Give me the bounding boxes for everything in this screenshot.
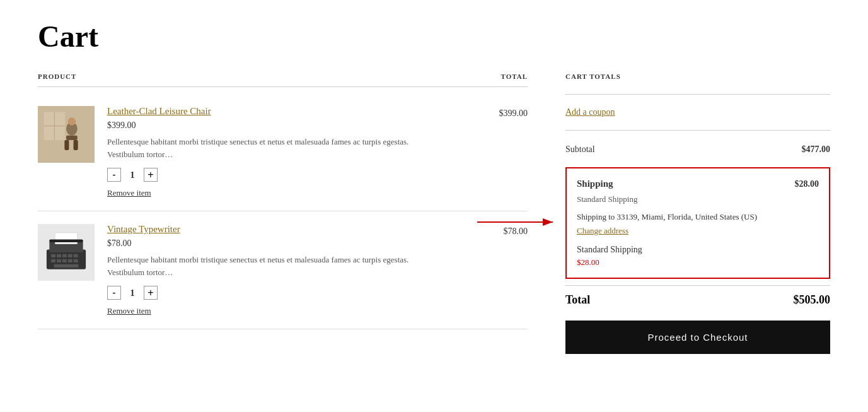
quantity-value-typewriter: 1 [126, 288, 139, 298]
column-product: PRODUCT [38, 73, 76, 80]
product-name-chair[interactable]: Leather-Clad Leisure Chair [107, 106, 465, 117]
shipping-box: Shipping $28.00 Standard Shipping Shippi… [565, 167, 830, 279]
shipping-header: Shipping $28.00 [577, 179, 819, 189]
shipping-section: Shipping $28.00 Standard Shipping Shippi… [565, 167, 830, 279]
svg-rect-13 [64, 140, 69, 150]
cart-items-section: PRODUCT TOTAL [38, 73, 528, 354]
svg-rect-22 [68, 254, 72, 257]
product-desc-typewriter: Pellentesque habitant morbi tristique se… [107, 254, 435, 278]
shipping-address: Shipping to 33139, Miami, Florida, Unite… [577, 212, 819, 222]
shipping-amount: $28.00 [795, 179, 819, 189]
svg-rect-26 [62, 259, 67, 262]
product-info-chair: Leather-Clad Leisure Chair $399.00 Pelle… [107, 106, 465, 198]
arrow-indicator [477, 213, 559, 234]
product-price-typewriter: $78.00 [107, 238, 465, 249]
svg-rect-29 [54, 264, 78, 268]
shipping-option-label: Standard Shipping [577, 245, 819, 255]
quantity-decrease-typewriter[interactable]: - [107, 286, 121, 300]
svg-rect-24 [51, 259, 55, 262]
svg-rect-28 [74, 259, 78, 262]
total-value: $505.00 [794, 293, 831, 307]
remove-item-chair[interactable]: Remove item [107, 188, 151, 197]
add-coupon-link[interactable]: Add a coupon [565, 107, 615, 117]
product-row-chair: Leather-Clad Leisure Chair $399.00 Pelle… [38, 106, 465, 198]
quantity-control-typewriter: - 1 + [107, 286, 465, 300]
product-image-typewriter [38, 224, 95, 281]
svg-rect-12 [66, 136, 78, 140]
quantity-value-chair: 1 [126, 170, 139, 180]
quantity-increase-chair[interactable]: + [144, 168, 158, 182]
remove-item-typewriter[interactable]: Remove item [107, 306, 151, 315]
divider-coupon [565, 130, 830, 131]
table-header: PRODUCT TOTAL [38, 73, 528, 87]
product-total-chair: $399.00 [477, 106, 528, 119]
svg-rect-19 [51, 254, 55, 257]
shipping-title: Shipping [577, 179, 613, 189]
cart-sidebar: CART TOTALS Add a coupon Subtotal $477.0… [565, 73, 830, 354]
subtotal-row: Subtotal $477.00 [565, 138, 830, 161]
svg-point-11 [68, 117, 76, 125]
svg-rect-30 [49, 240, 83, 242]
quantity-increase-typewriter[interactable]: + [144, 286, 158, 300]
sidebar-header: CART TOTALS [565, 73, 830, 86]
product-price-chair: $399.00 [107, 121, 465, 131]
page-title: Cart [38, 19, 830, 54]
shipping-method: Standard Shipping [577, 194, 819, 204]
product-name-typewriter[interactable]: Vintage Typewriter [107, 224, 465, 235]
subtotal-value: $477.00 [802, 144, 831, 155]
quantity-control-chair: - 1 + [107, 168, 465, 182]
product-row-typewriter: Vintage Typewriter $78.00 Pellentesque h… [38, 224, 465, 316]
total-label: Total [565, 293, 590, 307]
svg-rect-21 [62, 254, 67, 257]
svg-rect-23 [74, 254, 78, 257]
product-info-typewriter: Vintage Typewriter $78.00 Pellentesque h… [107, 224, 465, 316]
svg-rect-14 [74, 140, 78, 150]
column-total: TOTAL [501, 73, 528, 80]
total-row: Total $505.00 [565, 285, 830, 314]
divider-top [565, 94, 830, 95]
subtotal-label: Subtotal [565, 144, 595, 155]
shipping-option-price: $28.00 [577, 257, 819, 268]
svg-rect-25 [57, 259, 61, 262]
cart-totals-label: CART TOTALS [565, 73, 621, 80]
table-row: Leather-Clad Leisure Chair $399.00 Pelle… [38, 93, 528, 211]
svg-rect-20 [57, 254, 61, 257]
change-address-link[interactable]: Change address [577, 226, 819, 236]
product-image-chair [38, 106, 95, 163]
product-desc-chair: Pellentesque habitant morbi tristique se… [107, 136, 435, 160]
table-row: Vintage Typewriter $78.00 Pellentesque h… [38, 211, 528, 329]
checkout-button[interactable]: Proceed to Checkout [565, 321, 830, 354]
quantity-decrease-chair[interactable]: - [107, 168, 121, 182]
svg-rect-27 [68, 259, 72, 262]
